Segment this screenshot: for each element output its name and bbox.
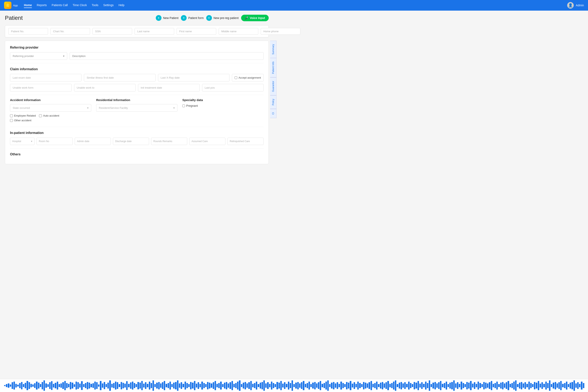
auto-accident-label: Auto accident — [43, 114, 59, 117]
state-occurred-dropdown[interactable]: State occurred ▾ — [10, 104, 91, 112]
nav-patients-call[interactable]: Patients Call — [52, 3, 68, 8]
chart-no-input[interactable] — [50, 28, 90, 35]
last-exam-date-input[interactable] — [10, 74, 82, 82]
form-card: Referring provider Referring provider ▾ … — [5, 41, 269, 164]
referring-description-input[interactable] — [70, 52, 264, 60]
header-actions: + New Patient + Patient form + New pre-r… — [156, 15, 269, 21]
voice-input-button[interactable]: 🎤 Voice Input — [241, 15, 269, 21]
hospital-placeholder: Hospital — [12, 140, 21, 143]
patient-info-tab[interactable]: Patient Info — [270, 58, 276, 78]
accident-checkboxes-row2: Other accident — [10, 119, 91, 122]
other-accident-checkbox[interactable]: Other accident — [10, 119, 32, 122]
residential-info-section: Residential Information Resident/Service… — [96, 98, 178, 124]
other-accident-label: Other accident — [14, 119, 32, 122]
accident-info-title: Accident Information — [10, 98, 91, 102]
new-prereg-button[interactable]: + New pre-reg patient — [206, 15, 239, 21]
page-header: Patient + New Patient + Patient form + N… — [5, 15, 269, 21]
accident-checkboxes-row1: Employee Related Auto accident — [10, 114, 91, 117]
new-prereg-label: New pre-reg patient — [214, 16, 239, 20]
last-name-input[interactable] — [134, 28, 174, 35]
auto-accident-check[interactable] — [39, 114, 42, 117]
last-pos-input[interactable] — [202, 84, 264, 92]
nav-help[interactable]: Help — [118, 3, 124, 8]
auto-accident-checkbox[interactable]: Auto accident — [39, 114, 59, 117]
others-title: Others — [10, 152, 264, 156]
referring-provider-title: Referring provider — [10, 46, 264, 50]
nav-reports[interactable]: Reports — [37, 3, 47, 8]
inpatient-info-title: In-patient information — [10, 131, 264, 135]
rounds-remarks-input[interactable] — [151, 138, 187, 145]
state-arrow-icon: ▾ — [87, 106, 88, 110]
unable-work-form-input[interactable] — [10, 84, 72, 92]
employee-related-checkbox[interactable]: Employee Related — [10, 114, 36, 117]
page-title: Patient — [5, 15, 23, 21]
accept-assignment-label: Accept assignment — [238, 76, 261, 79]
middle-name-input[interactable] — [219, 28, 258, 35]
state-occurred-placeholder: State occurred — [13, 106, 30, 110]
form-wrapper: Referring provider Referring provider ▾ … — [5, 41, 269, 164]
plus-icon-2: + — [181, 15, 186, 21]
employee-related-check[interactable] — [10, 114, 13, 117]
claim-row-2 — [10, 84, 264, 92]
new-patient-label: New Patient — [163, 16, 178, 20]
resident-service-placeholder: Resident/Service Facility — [99, 106, 128, 110]
similar-illness-input[interactable] — [84, 74, 155, 82]
claim-row-1: Accept assignment — [10, 74, 264, 82]
nav-tools[interactable]: Tools — [92, 3, 98, 8]
nav-time-clock[interactable]: Time Clock — [73, 3, 87, 8]
divider-2 — [10, 95, 264, 95]
patient-no-input[interactable] — [8, 28, 48, 35]
content-wrapper: Referring provider Referring provider ▾ … — [5, 41, 269, 164]
pregnant-label: Pregnant — [186, 104, 198, 108]
cl-tab[interactable]: Cl — [270, 109, 276, 118]
nav-links: Home Reports Patients Call Time Clock To… — [24, 3, 561, 8]
policy-tab[interactable]: Policy — [270, 95, 276, 109]
inpatient-row: Hospital ▾ — [10, 138, 264, 145]
divider-3 — [10, 127, 264, 127]
nav-settings[interactable]: Settings — [103, 3, 114, 8]
brand-logo: 🌟 — [4, 2, 12, 9]
discharge-date-input[interactable] — [113, 138, 149, 145]
navbar: 🌟 App Home Reports Patients Call Time Cl… — [0, 0, 588, 10]
dropdown-arrow-icon: ▾ — [63, 54, 64, 58]
pregnant-check[interactable] — [182, 104, 185, 107]
referring-provider-placeholder: Referring provider — [13, 54, 34, 58]
first-name-input[interactable] — [176, 28, 216, 35]
hospital-dropdown[interactable]: Hospital ▾ — [10, 138, 34, 145]
new-patient-button[interactable]: + New Patient — [156, 15, 178, 21]
last-xray-date-input[interactable] — [158, 74, 230, 82]
side-tabs: Summary Patient Info Guarantor Policy Cl — [270, 41, 276, 118]
divider-1 — [10, 63, 264, 63]
other-accident-check[interactable] — [10, 119, 13, 122]
accident-info-section: Accident Information State occurred ▾ Em… — [10, 98, 91, 124]
specialty-data-section: Specialty data Pregnant — [182, 98, 264, 124]
accept-assignment-checkbox[interactable]: Accept assignment — [232, 74, 264, 82]
patient-form-button[interactable]: + Patient form — [181, 15, 204, 21]
room-no-input[interactable] — [36, 138, 73, 145]
patient-form-label: Patient form — [188, 16, 204, 20]
search-bar — [5, 25, 269, 37]
voice-input-label: Voice Input — [250, 16, 265, 20]
assumed-care-input[interactable] — [189, 138, 226, 145]
referring-provider-row: Referring provider ▾ — [10, 52, 264, 60]
guarantor-tab[interactable]: Guarantor — [270, 78, 276, 95]
ssn-input[interactable] — [92, 28, 132, 35]
pregnant-checkbox[interactable]: Pregnant — [182, 104, 264, 108]
accept-assignment-check[interactable] — [234, 76, 237, 79]
relinquished-care-input[interactable] — [228, 138, 264, 145]
home-phone-input[interactable] — [261, 28, 300, 35]
summary-tab[interactable]: Summary — [270, 41, 276, 58]
brand-text: App — [13, 4, 18, 7]
unable-work-to-input[interactable] — [74, 84, 136, 92]
nav-home[interactable]: Home — [24, 3, 32, 8]
referring-provider-dropdown[interactable]: Referring provider ▾ — [10, 52, 67, 60]
nav-right: 👤 Admin — [567, 2, 584, 8]
plus-icon-3: + — [206, 15, 212, 21]
mic-icon: 🎤 — [245, 16, 248, 20]
resident-service-dropdown[interactable]: Resident/Service Facility ▾ — [96, 104, 178, 112]
admin-date-input[interactable] — [75, 138, 111, 145]
avatar: 👤 — [567, 2, 574, 8]
init-treatment-date-input[interactable] — [138, 84, 200, 92]
residential-info-title: Residential Information — [96, 98, 178, 102]
plus-icon: + — [156, 15, 162, 21]
